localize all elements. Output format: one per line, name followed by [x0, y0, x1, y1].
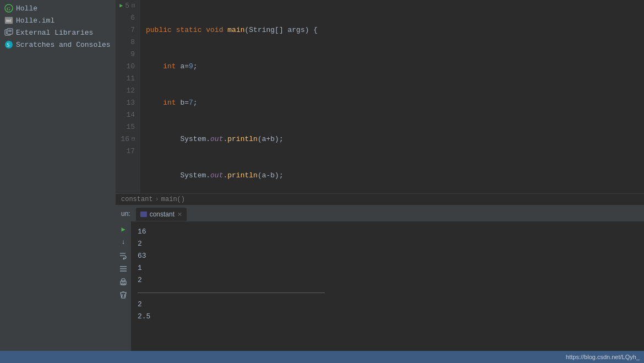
ext-libs-icon	[4, 28, 13, 37]
breadcrumb: constant › main()	[116, 193, 644, 205]
output-area: 16 2 63 1 2 2 2.5	[131, 221, 644, 351]
line-num-12: 12	[119, 85, 137, 97]
console-tab-icon	[140, 212, 147, 217]
sidebar-item-ext-label: External Libraries	[16, 29, 93, 37]
output-line-6: 2	[138, 299, 637, 311]
sidebar-item-holle-label: Holle	[16, 4, 37, 13]
svg-text:S: S	[7, 42, 10, 48]
output-line-7: 2.5	[138, 311, 637, 323]
run-sidebar-button[interactable]: ▶	[118, 224, 129, 235]
sidebar-item-holle[interactable]: G Holle	[0, 2, 116, 14]
code-content: ▶ 5 ⊟ 6 7 8 9 10 11 12 13 14 15 16	[116, 0, 644, 193]
gradle-icon: G	[4, 4, 13, 13]
svg-rect-18	[122, 283, 125, 285]
code-line-7: int b=7;	[146, 97, 644, 109]
main-area: G Holle iml Holle.iml	[0, 0, 644, 351]
sidebar: G Holle iml Holle.iml	[0, 0, 116, 351]
breadcrumb-file: constant	[121, 196, 153, 203]
fold-sidebar-button[interactable]	[118, 263, 129, 274]
status-bar: https://blog.csdn.net/LQyh_	[0, 351, 644, 363]
print-button[interactable]	[118, 277, 129, 288]
clear-button[interactable]	[118, 290, 129, 301]
editor-area: ▶ 5 ⊟ 6 7 8 9 10 11 12 13 14 15 16	[116, 0, 644, 351]
sidebar-item-holle-iml-label: Holle.iml	[16, 17, 54, 25]
line-num-15: 15	[119, 121, 137, 133]
console-tab[interactable]: constant ✕	[136, 208, 187, 221]
breadcrumb-method: main()	[161, 196, 185, 203]
output-line-4: 1	[138, 262, 637, 274]
svg-text:G: G	[7, 6, 10, 12]
output-line-2: 2	[138, 238, 637, 250]
close-tab-button[interactable]: ✕	[177, 211, 182, 218]
fold-icon-16: ⊟	[132, 133, 135, 145]
code-line-8: System.out.println(a+b);	[146, 133, 644, 145]
line-num-13: 13	[119, 97, 137, 109]
sidebar-item-holle-iml[interactable]: iml Holle.iml	[0, 14, 116, 26]
status-url: https://blog.csdn.net/LQyh_	[566, 354, 640, 360]
line-num-7: 7	[119, 24, 137, 36]
line-num-14: 14	[119, 109, 137, 121]
run-icon-5: ▶	[119, 0, 123, 12]
line-num-6: 6	[119, 12, 137, 24]
scratches-icon: S	[4, 40, 13, 49]
line-num-16: 16 ⊟	[119, 133, 137, 145]
line-num-11: 11	[119, 73, 137, 85]
output-line-5: 2	[138, 274, 637, 286]
bottom-tabs-bar: un: constant ✕	[116, 206, 644, 221]
sidebar-item-scratches-label: Scratches and Consoles	[16, 41, 111, 49]
line-numbers: ▶ 5 ⊟ 6 7 8 9 10 11 12 13 14 15 16	[116, 0, 140, 193]
console-tab-label: constant	[150, 210, 174, 218]
line-num-8: 8	[119, 36, 137, 48]
line-num-10: 10	[119, 61, 137, 73]
bottom-panel: un: constant ✕ ▶ ↓	[116, 205, 644, 351]
output-divider-line	[138, 286, 637, 299]
code-lines[interactable]: public static void main(String[] args) {…	[140, 0, 644, 193]
fold-icon-5: ⊟	[132, 0, 135, 12]
line-num-17: 17	[119, 145, 137, 158]
bottom-content: ▶ ↓	[116, 221, 644, 351]
output-line-1: 16	[138, 226, 637, 238]
bottom-sidebar: ▶ ↓	[116, 221, 131, 351]
iml-icon: iml	[4, 16, 13, 25]
sidebar-item-scratches[interactable]: S Scratches and Consoles	[0, 39, 116, 51]
chevron-icon: ›	[155, 196, 159, 203]
sidebar-item-external-libraries[interactable]: External Libraries	[0, 26, 116, 39]
code-panel: ▶ 5 ⊟ 6 7 8 9 10 11 12 13 14 15 16	[116, 0, 644, 205]
wrap-button[interactable]	[118, 250, 129, 261]
line-num-5: ▶ 5 ⊟	[119, 0, 137, 12]
code-line-9: System.out.println(a-b);	[146, 170, 644, 182]
svg-text:iml: iml	[6, 19, 11, 23]
code-line-6: int a=9;	[146, 61, 644, 73]
line-num-9: 9	[119, 48, 137, 61]
output-line-3: 63	[138, 250, 637, 262]
run-label: un:	[118, 210, 134, 218]
code-line-5: public static void main(String[] args) {	[146, 24, 644, 36]
scroll-down-button[interactable]: ↓	[118, 237, 129, 248]
